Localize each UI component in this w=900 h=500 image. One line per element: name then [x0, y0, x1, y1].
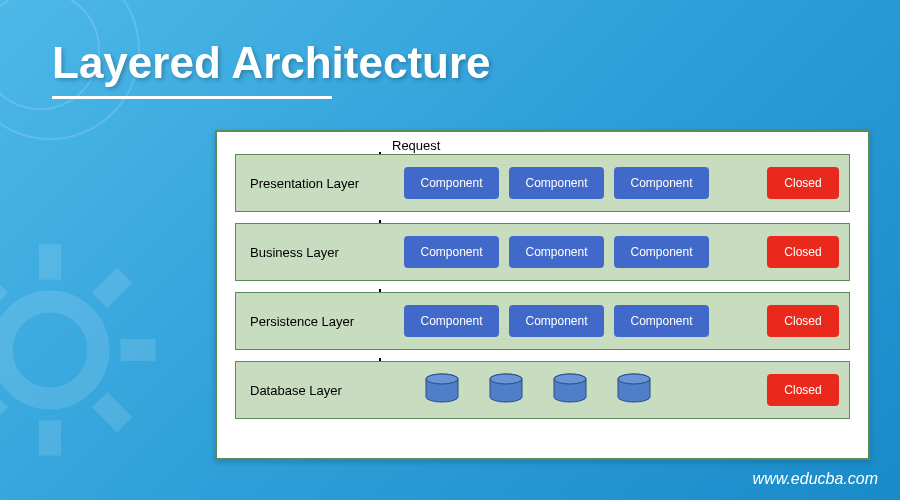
layer-label: Presentation Layer [250, 176, 376, 191]
component-box: Component [509, 305, 604, 337]
status-badge: Closed [767, 167, 839, 199]
database-icon [424, 373, 460, 407]
svg-rect-1 [39, 244, 61, 279]
svg-rect-6 [0, 392, 8, 432]
architecture-diagram: Request Presentation Layer Component Com… [215, 130, 870, 460]
request-label: Request [392, 138, 440, 153]
svg-point-14 [554, 374, 586, 384]
svg-point-12 [490, 374, 522, 384]
component-box: Component [509, 236, 604, 268]
status-badge: Closed [767, 374, 839, 406]
status-badge: Closed [767, 236, 839, 268]
component-box: Component [404, 236, 499, 268]
page-title: Layered Architecture [52, 38, 491, 88]
svg-rect-5 [92, 268, 132, 308]
layer-label: Database Layer [250, 383, 376, 398]
title-underline [52, 96, 332, 99]
svg-point-0 [2, 302, 99, 399]
gear-icon [0, 240, 160, 460]
status-badge: Closed [767, 305, 839, 337]
presentation-layer: Presentation Layer Component Component C… [235, 154, 850, 212]
layer-label: Business Layer [250, 245, 376, 260]
component-box: Component [614, 167, 709, 199]
component-box: Component [614, 305, 709, 337]
svg-rect-4 [120, 339, 155, 361]
svg-point-16 [618, 374, 650, 384]
component-box: Component [404, 305, 499, 337]
svg-rect-2 [39, 420, 61, 455]
watermark: www.educba.com [753, 470, 878, 488]
database-icon [488, 373, 524, 407]
database-layer: Database Layer Closed [235, 361, 850, 419]
business-layer: Business Layer Component Component Compo… [235, 223, 850, 281]
database-icon [552, 373, 588, 407]
component-box: Component [404, 167, 499, 199]
component-box: Component [614, 236, 709, 268]
svg-rect-7 [0, 268, 8, 308]
database-icon [616, 373, 652, 407]
svg-point-10 [426, 374, 458, 384]
layer-label: Persistence Layer [250, 314, 376, 329]
persistence-layer: Persistence Layer Component Component Co… [235, 292, 850, 350]
svg-rect-8 [92, 392, 132, 432]
component-box: Component [509, 167, 604, 199]
